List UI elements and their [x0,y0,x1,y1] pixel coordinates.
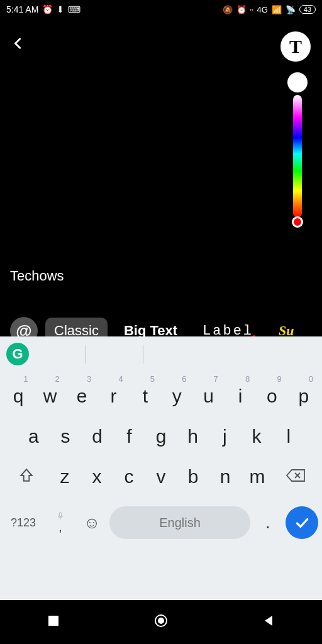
status-left: 5:41 AM ⏰ ⬇ ⌨ [6,4,80,14]
key-h[interactable]: h [177,426,209,447]
key-w[interactable]: 2w [34,386,65,407]
suggest-divider [143,345,143,364]
text-overlay[interactable]: Techows [10,268,64,284]
keyboard-row-3: z x c v b n m [0,466,322,487]
alarm2-icon: ⏰ [236,5,247,14]
key-f[interactable]: f [113,426,145,447]
enter-key[interactable] [286,506,318,539]
key-q[interactable]: 1q [3,386,34,407]
text-tool-icon: T [289,36,302,57]
grammarly-icon[interactable]: G [6,343,29,365]
status-time: 5:41 AM [6,4,38,14]
key-t[interactable]: 5t [130,386,161,407]
key-r[interactable]: 4r [97,386,129,407]
key-e[interactable]: 3e [66,386,97,407]
keyboard-row-2: a s d f g h j k l [0,426,322,447]
shift-key[interactable] [4,467,48,486]
wifi-icon: 📡 [286,5,296,14]
key-s[interactable]: s [50,426,82,447]
suggest-divider [86,345,86,364]
key-o[interactable]: 9o [256,386,287,407]
backspace-key[interactable] [274,468,318,486]
signal-icon: 📶 [272,5,282,14]
space-key[interactable]: English [109,506,250,539]
key-l[interactable]: l [272,426,304,447]
key-c[interactable]: c [113,466,145,487]
mic-key[interactable]: , [47,506,74,539]
color-slider-end [292,216,303,228]
nav-back[interactable] [262,614,275,630]
key-p[interactable]: 0p [288,386,319,407]
symbols-key[interactable]: ?123 [4,506,43,539]
key-y[interactable]: 6y [161,386,192,407]
key-n[interactable]: n [209,466,242,487]
text-tool-button[interactable]: T [280,31,311,62]
key-d[interactable]: d [81,426,113,447]
svg-rect-1 [48,616,58,626]
nav-home[interactable] [153,613,169,631]
status-bar: 5:41 AM ⏰ ⬇ ⌨ 🔕 ⏰ ▫ 4G 📶 📡 43 [0,0,322,19]
keyboard-row-4: ?123 , ☺ English . [0,500,322,545]
key-v[interactable]: v [145,466,177,487]
keyboard-icon: ⌨ [68,4,80,14]
key-u[interactable]: 7u [192,386,224,407]
soft-keyboard: G 1q 2w 3e 4r 5t 6y 7u 8i 9o 0p a s d f … [0,336,322,600]
download-icon: ⬇ [57,4,64,14]
key-j[interactable]: j [209,426,241,447]
android-nav-bar [0,600,322,644]
color-slider-track[interactable] [293,95,302,218]
svg-point-3 [158,618,164,624]
alarm-icon: ⏰ [42,4,53,14]
network-icon: 4G [257,5,267,14]
nav-recent[interactable] [47,614,60,630]
suggestion-bar: G [0,336,322,372]
key-x[interactable]: x [80,466,113,487]
key-b[interactable]: b [177,466,209,487]
story-editor-canvas[interactable]: T Techows @ Classic Big Text Label Su [0,19,322,336]
keyboard-row-1: 1q 2w 3e 4r 5t 6y 7u 8i 9o 0p [0,383,322,407]
battery-indicator: 43 [299,5,316,14]
emoji-key[interactable]: ☺ [78,506,106,539]
key-k[interactable]: k [241,426,273,447]
key-i[interactable]: 8i [225,386,256,407]
color-slider-thumb[interactable] [287,72,308,92]
key-a[interactable]: a [18,426,50,447]
svg-rect-0 [59,512,62,516]
period-key[interactable]: . [254,506,282,539]
key-g[interactable]: g [145,426,177,447]
back-button[interactable] [11,35,25,55]
dnd-icon: 🔕 [223,5,233,14]
key-z[interactable]: z [48,466,80,487]
volte-icon: ▫ [250,5,253,14]
key-m[interactable]: m [242,466,274,487]
color-slider[interactable] [291,72,304,220]
status-right: 🔕 ⏰ ▫ 4G 📶 📡 43 [223,5,316,14]
